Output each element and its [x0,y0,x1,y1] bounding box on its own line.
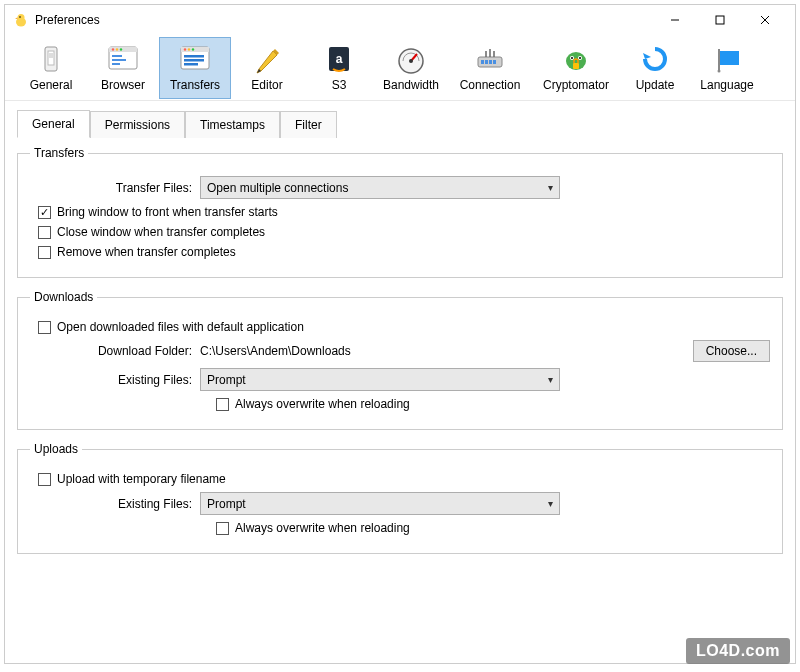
toolbar-browser-label: Browser [101,78,145,92]
language-icon [711,43,743,75]
minimize-button[interactable] [652,6,697,34]
preferences-window: Preferences General Browser [4,4,796,664]
toolbar-cryptomator[interactable]: Cryptomator [533,37,619,99]
cb-open-default[interactable] [38,321,51,334]
downloads-group: Downloads Open downloaded files with def… [17,290,783,430]
chevron-down-icon: ▾ [548,374,553,385]
transfers-icon [179,43,211,75]
svg-rect-33 [485,60,488,64]
sub-tabs: General Permissions Timestamps Filter [17,109,783,138]
svg-point-12 [112,48,114,50]
svg-point-22 [192,48,194,50]
tab-filter[interactable]: Filter [280,111,337,138]
svg-rect-9 [49,53,53,58]
transfer-files-value: Open multiple connections [207,181,348,195]
window-title: Preferences [35,13,652,27]
transfers-group: Transfers Transfer Files: Open multiple … [17,146,783,278]
tab-timestamps[interactable]: Timestamps [185,111,280,138]
cb-close-complete-label: Close window when transfer completes [57,225,265,239]
chevron-down-icon: ▾ [548,182,553,193]
svg-rect-23 [184,55,204,58]
update-icon [639,43,671,75]
content-area: General Permissions Timestamps Filter Tr… [5,101,795,663]
svg-point-14 [120,48,122,50]
toolbar-general-label: General [30,78,73,92]
cb-uploads-overwrite[interactable] [216,522,229,535]
downloads-existing-select[interactable]: Prompt ▾ [200,368,560,391]
download-folder-path: C:\Users\Andem\Downloads [200,344,351,358]
chevron-down-icon: ▾ [548,498,553,509]
cb-temp-filename[interactable] [38,473,51,486]
cb-bring-front[interactable] [38,206,51,219]
svg-rect-25 [184,63,198,66]
browser-icon [107,43,139,75]
connection-icon [474,43,506,75]
toolbar-transfers-label: Transfers [170,78,220,92]
svg-rect-34 [489,60,492,64]
downloads-legend: Downloads [30,290,97,304]
bandwidth-icon [395,43,427,75]
cb-open-default-label: Open downloaded files with default appli… [57,320,304,334]
cb-uploads-overwrite-label: Always overwrite when reloading [235,521,410,535]
toolbar-general[interactable]: General [15,37,87,99]
toolbar-s3[interactable]: a S3 [303,37,375,99]
transfer-files-label: Transfer Files: [30,181,200,195]
tab-permissions[interactable]: Permissions [90,111,185,138]
cb-temp-filename-label: Upload with temporary filename [57,472,226,486]
general-icon [35,43,67,75]
svg-point-44 [718,70,721,73]
svg-point-40 [579,57,581,59]
cb-remove-complete[interactable] [38,246,51,259]
svg-rect-24 [184,59,204,62]
transfers-legend: Transfers [30,146,88,160]
svg-rect-35 [493,60,496,64]
svg-rect-15 [112,55,122,57]
watermark: LO4D.com [686,638,790,664]
uploads-existing-value: Prompt [207,497,246,511]
download-folder-label: Download Folder: [30,344,200,358]
cb-remove-complete-label: Remove when transfer completes [57,245,236,259]
svg-rect-42 [719,51,739,65]
cryptomator-icon [560,43,592,75]
downloads-existing-label: Existing Files: [30,373,200,387]
cb-close-complete[interactable] [38,226,51,239]
svg-point-21 [188,48,190,50]
svg-point-1 [18,14,25,21]
svg-point-13 [116,48,118,50]
toolbar-editor[interactable]: Editor [231,37,303,99]
toolbar-update[interactable]: Update [619,37,691,99]
toolbar-connection[interactable]: Connection [447,37,533,99]
svg-point-2 [19,16,21,18]
titlebar: Preferences [5,5,795,35]
close-button[interactable] [742,6,787,34]
uploads-existing-label: Existing Files: [30,497,200,511]
uploads-existing-select[interactable]: Prompt ▾ [200,492,560,515]
svg-point-20 [184,48,186,50]
transfer-files-select[interactable]: Open multiple connections ▾ [200,176,560,199]
toolbar-connection-label: Connection [460,78,521,92]
svg-rect-4 [716,16,724,24]
downloads-existing-value: Prompt [207,373,246,387]
toolbar-transfers[interactable]: Transfers [159,37,231,99]
tab-general[interactable]: General [17,110,90,138]
toolbar-update-label: Update [636,78,675,92]
svg-point-30 [409,59,413,63]
svg-rect-16 [112,59,126,61]
toolbar-browser[interactable]: Browser [87,37,159,99]
toolbar-bandwidth[interactable]: Bandwidth [375,37,447,99]
app-icon [13,12,29,28]
choose-button[interactable]: Choose... [693,340,770,362]
uploads-group: Uploads Upload with temporary filename E… [17,442,783,554]
toolbar-language[interactable]: Language [691,37,763,99]
svg-rect-41 [573,63,579,69]
toolbar-cryptomator-label: Cryptomator [543,78,609,92]
svg-text:a: a [336,52,343,66]
editor-icon [251,43,283,75]
svg-rect-32 [481,60,484,64]
cb-downloads-overwrite[interactable] [216,398,229,411]
cb-bring-front-label: Bring window to front when transfer star… [57,205,278,219]
toolbar-s3-label: S3 [332,78,347,92]
svg-point-39 [571,57,573,59]
maximize-button[interactable] [697,6,742,34]
svg-rect-17 [112,63,120,65]
